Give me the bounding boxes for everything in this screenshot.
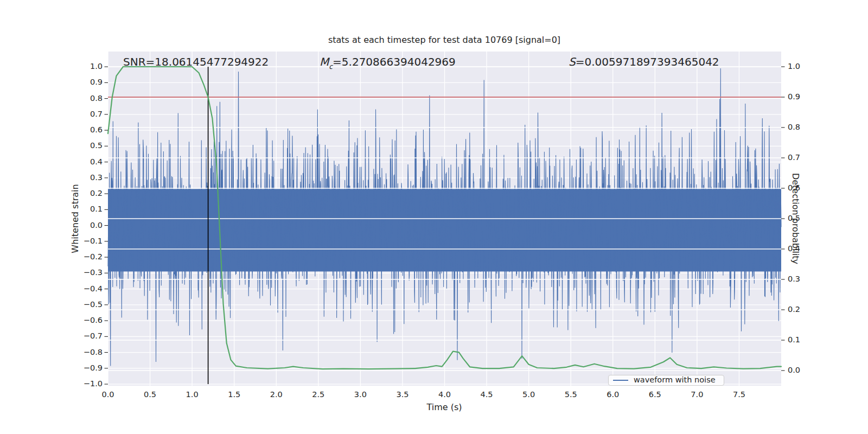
legend-line-swatch bbox=[613, 380, 628, 381]
y-tick-label-left: 0.3 bbox=[76, 173, 103, 182]
x-tick-label: 5.5 bbox=[559, 390, 583, 399]
y-tick-label-right: 0.3 bbox=[788, 275, 814, 283]
y-tick-label-left: 0.4 bbox=[76, 157, 103, 166]
x-axis-label: Time (s) bbox=[426, 402, 462, 412]
annotation-mc-sub: c bbox=[329, 62, 333, 71]
annotation-s: S=0.005971897393465042 bbox=[569, 55, 719, 68]
x-tick-label: 1.0 bbox=[180, 390, 204, 399]
y-tick-label-right: 0.9 bbox=[788, 92, 814, 101]
y-tick-label-right: 0.8 bbox=[788, 123, 814, 131]
y-tick-label-left: 0.0 bbox=[76, 221, 103, 229]
y-tick-label-right: 0.5 bbox=[788, 214, 814, 222]
x-tick-label: 0.0 bbox=[96, 390, 120, 399]
y-tick-label-left: −1.0 bbox=[76, 379, 103, 388]
y-tick-label-right: 0.4 bbox=[788, 244, 814, 253]
x-tick-label: 6.0 bbox=[601, 390, 625, 399]
y-tick-label-left: 0.6 bbox=[76, 125, 103, 134]
annotation-s-name: S bbox=[569, 55, 576, 68]
x-tick-label: 4.5 bbox=[475, 390, 499, 399]
x-tick-label: 4.0 bbox=[433, 390, 457, 399]
x-tick-label: 0.5 bbox=[138, 390, 162, 399]
y-tick-label-left: 1.0 bbox=[76, 62, 103, 71]
y-tick-label-left: −0.4 bbox=[76, 284, 103, 293]
annotation-s-value: =0.005971897393465042 bbox=[576, 55, 719, 68]
y-tick-label-left: 0.7 bbox=[76, 110, 103, 118]
y-tick-label-left: 0.1 bbox=[76, 205, 103, 213]
annotation-mc-value: =5.270866394042969 bbox=[333, 55, 456, 68]
x-tick-label: 2.5 bbox=[307, 390, 330, 399]
y-tick-label-left: −0.7 bbox=[76, 331, 103, 340]
y-tick-label-left: 0.2 bbox=[76, 189, 103, 197]
y-tick-label-left: 0.9 bbox=[76, 78, 103, 86]
y-tick-label-left: −0.8 bbox=[76, 348, 103, 356]
y-tick-label-left: −0.9 bbox=[76, 363, 103, 372]
chart-title: stats at each timestep for test data 107… bbox=[328, 35, 560, 45]
x-tick-label: 6.5 bbox=[643, 390, 667, 399]
annotation-mc-name: M bbox=[320, 55, 329, 68]
y-tick-label-left: −0.5 bbox=[76, 300, 103, 309]
y-tick-label-left: 0.5 bbox=[76, 141, 103, 150]
y-tick-label-right: 1.0 bbox=[788, 62, 814, 71]
x-tick-label: 2.0 bbox=[264, 390, 288, 399]
figure: stats at each timestep for test data 107… bbox=[0, 0, 868, 434]
x-tick-label: 1.5 bbox=[222, 390, 246, 399]
y-tick-label-right: 0.2 bbox=[788, 305, 814, 314]
y-tick-label-right: 0.0 bbox=[788, 366, 814, 374]
y-tick-label-left: 0.8 bbox=[76, 94, 103, 103]
y-tick-label-left: −0.6 bbox=[76, 316, 103, 324]
y-tick-label-left: −0.3 bbox=[76, 268, 103, 277]
x-tick-label: 7.0 bbox=[685, 390, 709, 399]
x-tick-label: 3.5 bbox=[391, 390, 414, 399]
annotation-mc: Mc=5.270866394042969 bbox=[320, 55, 456, 70]
legend-label: waveform with noise bbox=[634, 375, 716, 384]
annotation-snr-name: SNR bbox=[123, 55, 146, 68]
x-tick-label: 5.0 bbox=[517, 390, 541, 399]
annotation-snr-value: =18.06145477294922 bbox=[146, 55, 269, 68]
y-tick-label-right: 0.6 bbox=[788, 183, 814, 192]
y-tick-label-left: −0.2 bbox=[76, 252, 103, 261]
y-tick-label-right: 0.7 bbox=[788, 153, 814, 162]
y-tick-label-left: −0.1 bbox=[76, 237, 103, 245]
x-tick-label: 7.5 bbox=[727, 390, 751, 399]
legend: waveform with noise bbox=[608, 375, 724, 386]
annotation-snr: SNR=18.06145477294922 bbox=[123, 55, 269, 68]
y-tick-label-right: 0.1 bbox=[788, 335, 814, 344]
x-tick-label: 3.0 bbox=[348, 390, 372, 399]
